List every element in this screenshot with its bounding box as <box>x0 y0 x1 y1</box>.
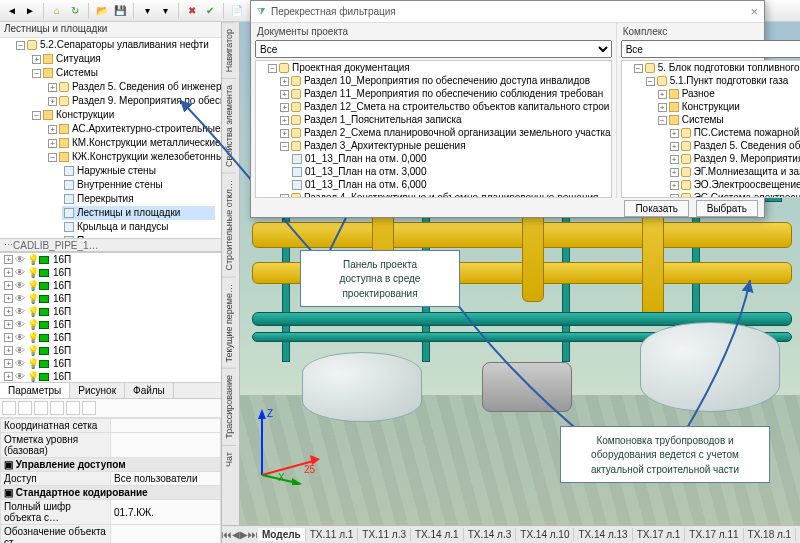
btab-last-icon[interactable]: ⏭ <box>248 529 258 540</box>
col2-tree[interactable]: −5. Блок подготовки топливного и пусково… <box>621 60 800 198</box>
layer-row[interactable]: +👁💡16П <box>0 318 221 331</box>
filter-icon: ⧩ <box>257 6 265 18</box>
col2-header: Комплекс <box>617 23 800 40</box>
btab-sheet[interactable]: ТХ.18 л.13 <box>796 528 800 541</box>
tb-doc1-icon[interactable]: 📄 <box>229 3 245 19</box>
tab-drawing[interactable]: Рисунок <box>70 383 125 398</box>
btab-sheet[interactable]: ТХ.14 л.3 <box>464 528 517 541</box>
btab-sheet[interactable]: ТХ.11 л.1 <box>306 528 359 541</box>
tab-params[interactable]: Параметры <box>0 383 70 398</box>
show-button[interactable]: Показать <box>624 200 689 217</box>
btab-first-icon[interactable]: ⏮ <box>222 529 232 540</box>
tab-files[interactable]: Файлы <box>125 383 174 398</box>
tb-refresh-icon[interactable]: ↻ <box>67 3 83 19</box>
tb-tools-icon[interactable]: ▾ <box>157 3 173 19</box>
col1-header: Документы проекта <box>251 23 616 40</box>
btab-model[interactable]: Модель <box>258 528 306 541</box>
layer-row[interactable]: +👁💡16П <box>0 279 221 292</box>
tb-home-icon[interactable]: ⌂ <box>49 3 65 19</box>
tree-root[interactable]: 5.2.Сепараторы улавливания нефти <box>40 39 209 50</box>
col1-tree[interactable]: −Проектная документация +Раздел 10_Мероп… <box>255 60 612 198</box>
layer-row[interactable]: +👁💡16П <box>0 344 221 357</box>
side-tab[interactable]: Текущие переме… <box>222 277 236 369</box>
layer-row[interactable]: +👁💡16П <box>0 331 221 344</box>
tb-filter-icon[interactable]: ▾ <box>139 3 155 19</box>
select-button[interactable]: Выбрать <box>696 200 758 217</box>
btab-sheet[interactable]: ТХ.17 л.1 <box>633 528 686 541</box>
col1-filter[interactable]: Все <box>255 40 612 58</box>
btab-sheet[interactable]: ТХ.18 л.1 <box>744 528 797 541</box>
tb-back-icon[interactable]: ◄ <box>4 3 20 19</box>
btab-prev-icon[interactable]: ◀ <box>232 529 240 540</box>
tb-check-icon[interactable]: ✔ <box>202 3 218 19</box>
layer-row[interactable]: +👁💡16П <box>0 357 221 370</box>
side-tab[interactable]: Трассирование <box>222 368 236 445</box>
layer-row[interactable]: +👁💡16П <box>0 292 221 305</box>
dialog-title: Перекрестная фильтрация <box>271 6 396 17</box>
callout-2: Компоновка трубопроводов и оборудования … <box>560 426 770 483</box>
breadcrumb: Лестницы и площадки <box>0 22 221 38</box>
btab-sheet[interactable]: ТХ.14 л.13 <box>574 528 632 541</box>
props-toolbar <box>0 399 221 418</box>
ptb-btn[interactable] <box>2 401 16 415</box>
side-tab[interactable]: Навигатор <box>222 22 236 78</box>
btab-next-icon[interactable]: ▶ <box>240 529 248 540</box>
tb-open-icon[interactable]: 📂 <box>94 3 110 19</box>
tb-cross-icon[interactable]: ✖ <box>184 3 200 19</box>
layers-list[interactable]: +👁💡16П+👁💡16П+👁💡16П+👁💡16П+👁💡16П+👁💡16П+👁💡1… <box>0 252 221 382</box>
cross-filter-dialog: ⧩ Перекрестная фильтрация × Документы пр… <box>250 0 765 218</box>
callout-1: Панель проекта доступна в среде проектир… <box>300 250 460 307</box>
layer-row[interactable]: +👁💡16П <box>0 370 221 382</box>
tb-fwd-icon[interactable]: ► <box>22 3 38 19</box>
props-grid[interactable]: Координатная сеткаОтметка уровня (базова… <box>0 418 221 543</box>
properties-panel: Параметры Рисунок Файлы Координатная сет… <box>0 382 221 543</box>
close-icon[interactable]: × <box>750 4 758 19</box>
col2-filter[interactable]: Все <box>621 40 800 58</box>
side-tab[interactable]: Чат <box>222 445 236 473</box>
btab-sheet[interactable]: ТХ.17 л.11 <box>685 528 743 541</box>
layer-row[interactable]: +👁💡16П <box>0 305 221 318</box>
bottom-tab-strip: ⏮ ◀ ▶ ⏭ Модель ТХ.11 л.1ТХ.11 л.3ТХ.14 л… <box>222 525 800 543</box>
btab-sheet[interactable]: ТХ.14 л.10 <box>516 528 574 541</box>
btab-sheet[interactable]: ТХ.11 л.3 <box>358 528 411 541</box>
tb-save-icon[interactable]: 💾 <box>112 3 128 19</box>
btab-sheet[interactable]: ТХ.14 л.1 <box>411 528 464 541</box>
